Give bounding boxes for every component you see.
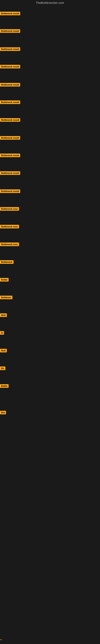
bottleneck-badge: Bottleneck resu bbox=[0, 242, 19, 246]
bottleneck-result-item: Bottleneck result bbox=[0, 100, 20, 104]
bottleneck-badge: Bottleneck result bbox=[0, 154, 20, 157]
bottleneck-badge: Bot bbox=[0, 411, 6, 414]
bottleneck-result-item: Bottleneck result bbox=[0, 171, 20, 175]
bottleneck-badge: Bottleneck result bbox=[0, 171, 20, 175]
bottleneck-badge: Bottleneck result bbox=[0, 190, 20, 193]
bottleneck-result-item: Bottle bbox=[0, 384, 9, 388]
bottleneck-result-item: Bottleneck result bbox=[0, 12, 20, 15]
bottleneck-result-item: Bottleneck resu bbox=[0, 242, 19, 246]
bottleneck-badge: Bottleneck result bbox=[0, 29, 20, 33]
bottleneck-badge: Bottleneck result bbox=[0, 118, 20, 122]
bottleneck-result-item: Bottleneck result bbox=[0, 136, 20, 140]
bottleneck-badge: Bottleneck result bbox=[0, 47, 20, 51]
bottleneck-result-item: Bottleneck bbox=[0, 260, 14, 264]
bottleneck-badge: B bbox=[0, 331, 4, 335]
bottleneck-result-item: Bottleneck resu bbox=[0, 224, 19, 228]
bottleneck-result-item: Bott bbox=[0, 313, 7, 317]
bottleneck-result-item: Bottle bbox=[0, 278, 9, 282]
bottleneck-badge: Bo bbox=[0, 366, 5, 370]
bottleneck-result-item: Bot bbox=[0, 410, 6, 414]
bottleneck-result-item: Bottleneck result bbox=[0, 29, 20, 33]
site-title: TheBottlenecker.com bbox=[0, 0, 100, 6]
bottleneck-result-item: Bottleneck result bbox=[0, 189, 20, 193]
bottleneck-result-item: Bo bbox=[0, 366, 5, 370]
bottleneck-badge: Bottleneck result bbox=[0, 65, 20, 68]
bottleneck-badge: Bottleneck bbox=[0, 260, 14, 264]
bottleneck-result-item: Bottleneck resu bbox=[0, 207, 19, 211]
bottleneck-badge: Bottleneck resu bbox=[0, 225, 19, 228]
bottleneck-result-item: Bottleneck result bbox=[0, 47, 20, 51]
bottleneck-badge: Bottle bbox=[0, 384, 9, 388]
bottleneck-badge: Bottleneck result bbox=[0, 136, 20, 140]
bottleneck-result-item: Bottlenec bbox=[0, 296, 12, 299]
bottleneck-badge: Bottleneck result bbox=[0, 83, 20, 86]
bottleneck-result-item: Bottleneck result bbox=[0, 83, 20, 86]
bottleneck-badge: Bott bbox=[0, 349, 7, 352]
bottom-line bbox=[0, 640, 2, 640]
bottleneck-badge: Bottlenec bbox=[0, 296, 12, 299]
bottleneck-badge: Bottle bbox=[0, 278, 9, 282]
bottleneck-badge: Bottleneck result bbox=[0, 12, 20, 15]
bottleneck-result-item: Bottleneck result bbox=[0, 64, 20, 68]
bottleneck-result-item: Bott bbox=[0, 348, 7, 352]
bottleneck-badge: Bottleneck result bbox=[0, 100, 20, 104]
bottleneck-result-item: Bottleneck result bbox=[0, 118, 20, 122]
bottleneck-badge: Bott bbox=[0, 313, 7, 317]
bottleneck-result-item: B bbox=[0, 331, 4, 335]
bottleneck-result-item: Bottleneck result bbox=[0, 153, 20, 157]
bottleneck-badge: Bottleneck resu bbox=[0, 207, 19, 211]
